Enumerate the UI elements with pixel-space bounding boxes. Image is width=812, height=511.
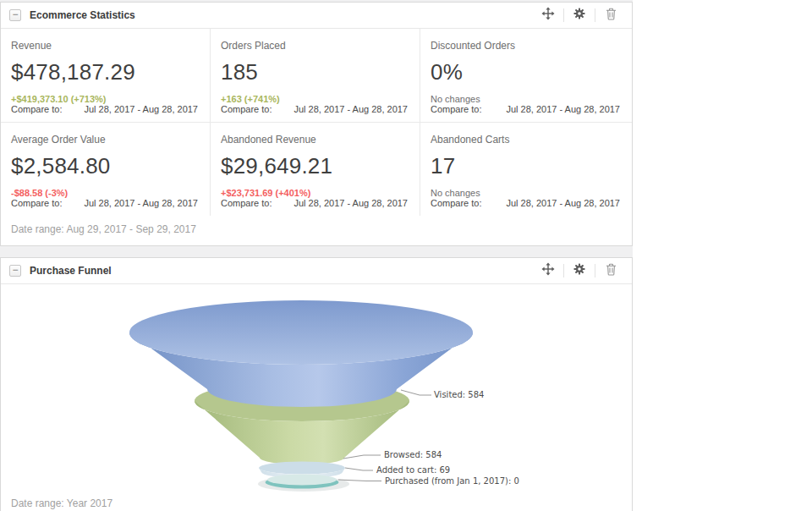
compare-period: Jul 28, 2017 - Aug 28, 2017	[506, 198, 620, 208]
metric-value: 0%	[431, 59, 620, 85]
panel-title: Ecommerce Statistics	[30, 9, 135, 21]
compare-label: Compare to:	[11, 198, 63, 208]
panel-header: − Purchase Funnel	[1, 258, 632, 284]
metric-change: -$88.58 (-3%)	[11, 188, 198, 198]
metric-value: $2,584.80	[11, 153, 198, 179]
gear-icon	[573, 263, 585, 278]
settings-button[interactable]	[568, 7, 590, 24]
compare-row: Compare to: Jul 28, 2017 - Aug 28, 2017	[431, 198, 620, 208]
funnel-stage-added-rim	[259, 462, 345, 475]
metric-abandoned-revenue: Abandoned Revenue $29,649.21 +$23,731.69…	[210, 123, 420, 216]
delete-button[interactable]	[600, 262, 622, 279]
panel-header: − Ecommerce Statistics	[1, 3, 632, 29]
settings-button[interactable]	[568, 262, 590, 279]
panel-toolbar	[537, 262, 622, 279]
gear-icon	[573, 8, 585, 23]
metric-value: $29,649.21	[221, 153, 408, 179]
funnel-chart-area: Visited: 584 Browsed: 584 Added to cart:…	[1, 284, 632, 511]
toolbar-separator	[595, 8, 595, 22]
toolbar-separator	[595, 264, 595, 277]
metric-label: Discounted Orders	[431, 40, 620, 52]
metric-label: Orders Placed	[221, 40, 408, 52]
move-icon	[541, 7, 555, 24]
metric-label: Average Order Value	[11, 134, 198, 146]
delete-button[interactable]	[600, 7, 622, 24]
metric-orders-placed: Orders Placed 185 +163 (+741%) Compare t…	[210, 29, 420, 122]
metric-change: No changes	[431, 94, 620, 104]
toolbar-separator	[563, 8, 564, 22]
dashboard-column: − Ecommerce Statistics	[0, 0, 633, 511]
compare-label: Compare to:	[221, 104, 272, 114]
compare-row: Compare to: Jul 28, 2017 - Aug 28, 2017	[221, 198, 408, 208]
funnel-label-browsed: Browsed: 584	[384, 450, 442, 459]
move-button[interactable]	[537, 7, 559, 24]
collapse-button[interactable]: −	[9, 9, 21, 21]
metric-label: Abandoned Revenue	[221, 134, 408, 146]
compare-row: Compare to: Jul 28, 2017 - Aug 28, 2017	[11, 198, 198, 208]
metric-value: 185	[221, 59, 408, 85]
metric-value: 17	[431, 153, 620, 179]
metric-label: Revenue	[11, 40, 198, 52]
funnel-label-added-to-cart: Added to cart: 69	[376, 465, 450, 475]
metric-discounted-orders: Discounted Orders 0% No changes Compare …	[420, 29, 632, 122]
trash-icon	[606, 263, 617, 279]
metric-label: Abandoned Carts	[431, 134, 620, 146]
stats-date-range: Date range: Aug 29, 2017 - Sep 29, 2017	[1, 216, 632, 245]
compare-period: Jul 28, 2017 - Aug 28, 2017	[84, 198, 198, 208]
metric-change: +$23,731.69 (+401%)	[221, 188, 408, 198]
purchase-funnel-panel: − Purchase Funnel	[0, 257, 633, 511]
move-button[interactable]	[537, 262, 559, 279]
funnel-label-visited: Visited: 584	[434, 390, 484, 399]
move-icon	[541, 262, 555, 279]
panel-toolbar	[537, 7, 622, 24]
metric-change: +$419,373.10 (+713%)	[11, 94, 198, 104]
panel-gap	[0, 246, 633, 257]
metrics-row-2: Average Order Value $2,584.80 -$88.58 (-…	[1, 123, 632, 216]
compare-label: Compare to:	[11, 104, 63, 114]
panel-title: Purchase Funnel	[30, 265, 112, 277]
funnel-stage-purchased-top	[267, 475, 337, 486]
funnel-chart: Visited: 584 Browsed: 584 Added to cart:…	[1, 284, 632, 511]
toolbar-separator	[563, 264, 564, 277]
compare-period: Jul 28, 2017 - Aug 28, 2017	[294, 104, 408, 114]
funnel-date-range: Date range: Year 2017	[11, 497, 112, 509]
metric-change: +163 (+741%)	[221, 94, 408, 104]
compare-period: Jul 28, 2017 - Aug 28, 2017	[506, 104, 620, 114]
compare-period: Jul 28, 2017 - Aug 28, 2017	[84, 104, 198, 114]
compare-label: Compare to:	[431, 198, 482, 208]
collapse-button[interactable]: −	[9, 265, 21, 277]
metrics-row-1: Revenue $478,187.29 +$419,373.10 (+713%)…	[1, 29, 632, 123]
compare-label: Compare to:	[221, 198, 272, 208]
compare-row: Compare to: Jul 28, 2017 - Aug 28, 2017	[11, 104, 198, 114]
metric-revenue: Revenue $478,187.29 +$419,373.10 (+713%)…	[1, 29, 210, 122]
metric-change: No changes	[431, 188, 620, 198]
metric-average-order-value: Average Order Value $2,584.80 -$88.58 (-…	[1, 123, 210, 216]
compare-row: Compare to: Jul 28, 2017 - Aug 28, 2017	[431, 104, 620, 114]
ecommerce-statistics-panel: − Ecommerce Statistics	[0, 2, 633, 246]
funnel-label-purchased: Purchased (from Jan 1, 2017): 0	[385, 476, 519, 486]
metric-abandoned-carts: Abandoned Carts 17 No changes Compare to…	[420, 123, 632, 216]
trash-icon	[606, 8, 617, 24]
compare-row: Compare to: Jul 28, 2017 - Aug 28, 2017	[221, 104, 408, 114]
funnel-top-surface	[129, 300, 473, 365]
compare-period: Jul 28, 2017 - Aug 28, 2017	[294, 198, 408, 208]
compare-label: Compare to:	[431, 104, 482, 114]
metric-value: $478,187.29	[11, 59, 198, 85]
